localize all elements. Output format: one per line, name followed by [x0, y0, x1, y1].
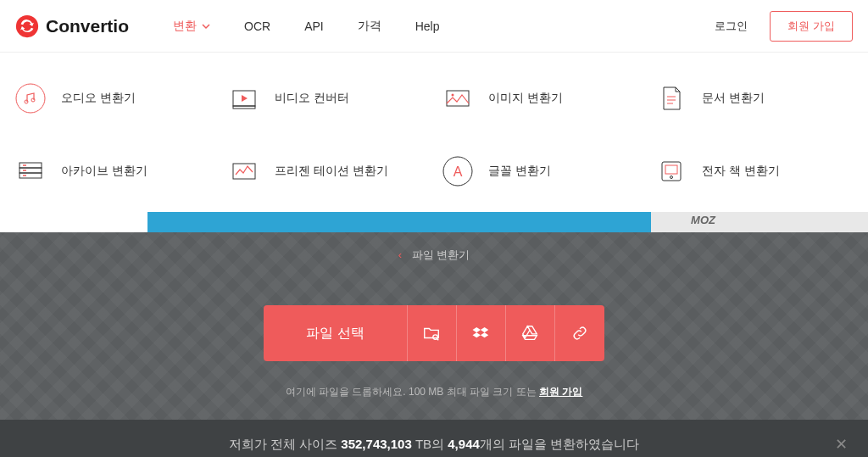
stats-count: 4,944 [448, 437, 480, 451]
menu-archive-converter[interactable]: 아카이브 변환기 [15, 156, 212, 187]
logo-text: Convertio [46, 16, 129, 36]
svg-point-7 [452, 94, 454, 97]
svg-rect-5 [233, 106, 255, 109]
moz-logo: MOZ [691, 214, 715, 226]
menu-font-converter[interactable]: A 글꼴 변환기 [442, 156, 639, 187]
stats-bar: 저희가 전체 사이즈 352,743,103 TB의 4,944개의 파일을 변… [0, 420, 868, 457]
svg-rect-8 [19, 163, 42, 168]
file-select-label: 파일 선택 [306, 325, 364, 343]
close-icon[interactable]: ✕ [835, 435, 848, 454]
menu-audio-converter[interactable]: 오디오 변환기 [15, 83, 212, 114]
menu-audio-label: 오디오 변환기 [61, 91, 136, 106]
folder-search-icon [422, 324, 441, 343]
from-dropbox-button[interactable] [457, 305, 506, 361]
menu-ebook-label: 전자 책 변환기 [702, 164, 780, 179]
signup-button[interactable]: 회원 가입 [770, 11, 853, 42]
breadcrumb-label: 파일 변환기 [412, 248, 470, 261]
svg-text:A: A [453, 164, 463, 179]
breadcrumb-chevron-icon: ‹ [398, 248, 402, 261]
menu-presentation-converter[interactable]: 프리젠 테이션 변환기 [229, 156, 426, 187]
stats-size: 352,743,103 [341, 437, 411, 451]
ebook-icon [656, 156, 687, 187]
document-icon [656, 83, 687, 114]
nav-pricing[interactable]: 가격 [358, 19, 381, 34]
nav-ocr[interactable]: OCR [244, 19, 270, 34]
from-url-button[interactable] [555, 305, 604, 361]
nav-convert[interactable]: 변환 [173, 19, 210, 34]
svg-point-16 [670, 176, 673, 179]
nav-convert-label: 변환 [173, 19, 197, 34]
menu-document-converter[interactable]: 문서 변환기 [656, 83, 853, 114]
svg-rect-14 [662, 162, 681, 181]
menu-font-label: 글꼴 변환기 [488, 164, 551, 179]
file-select-button[interactable]: 파일 선택 [264, 305, 407, 361]
logo[interactable]: Convertio [15, 14, 129, 38]
from-google-drive-button[interactable] [506, 305, 555, 361]
drop-hint-text: 여기에 파일을 드롭하세요. 100 MB 최대 파일 크기 또는 [286, 386, 539, 398]
login-link[interactable]: 로그인 [715, 19, 748, 34]
audio-icon [15, 83, 46, 114]
menu-image-label: 이미지 변환기 [488, 91, 563, 106]
stats-p3: 개의 파일을 변환하였습니다 [480, 437, 639, 451]
dropbox-icon [471, 324, 490, 343]
svg-point-1 [16, 84, 45, 113]
upload-bar: 파일 선택 [264, 305, 604, 361]
presentation-icon [229, 156, 259, 187]
nav-api[interactable]: API [304, 19, 324, 34]
svg-point-0 [16, 14, 38, 36]
chevron-down-icon [202, 22, 210, 31]
menu-presentation-label: 프리젠 테이션 변환기 [275, 164, 388, 179]
archive-icon [15, 156, 46, 187]
svg-rect-15 [665, 165, 677, 174]
svg-rect-9 [19, 168, 42, 173]
banner-strip: MOZ [0, 212, 868, 232]
image-icon [442, 83, 473, 114]
dropzone[interactable]: ‹ 파일 변환기 파일 선택 여기에 파일을 드롭하세요. 100 MB 최대 … [0, 232, 868, 420]
menu-document-label: 문서 변환기 [702, 91, 765, 106]
breadcrumb[interactable]: ‹ 파일 변환기 [0, 248, 868, 263]
menu-archive-label: 아카이브 변환기 [61, 164, 147, 179]
menu-video-converter[interactable]: 비디오 컨버터 [229, 83, 426, 114]
drop-hint: 여기에 파일을 드롭하세요. 100 MB 최대 파일 크기 또는 회원 가입 [0, 385, 868, 399]
google-drive-icon [520, 324, 539, 343]
link-icon [570, 324, 589, 343]
from-computer-button[interactable] [408, 305, 457, 361]
svg-rect-10 [19, 173, 42, 178]
stats-p1: 저희가 전체 사이즈 [229, 437, 342, 451]
convertio-logo-icon [15, 14, 39, 38]
stats-p2: TB의 [412, 437, 448, 451]
menu-image-converter[interactable]: 이미지 변환기 [442, 83, 639, 114]
font-icon: A [442, 156, 473, 187]
video-icon [229, 83, 259, 114]
menu-video-label: 비디오 컨버터 [275, 91, 349, 106]
mega-menu: 오디오 변환기 비디오 컨버터 이미지 변환기 문서 변환기 아카이브 변환기 … [0, 53, 868, 212]
svg-rect-6 [447, 91, 469, 106]
menu-ebook-converter[interactable]: 전자 책 변환기 [656, 156, 853, 187]
drop-hint-signup-link[interactable]: 회원 가입 [539, 386, 582, 398]
nav-help[interactable]: Help [415, 19, 440, 34]
